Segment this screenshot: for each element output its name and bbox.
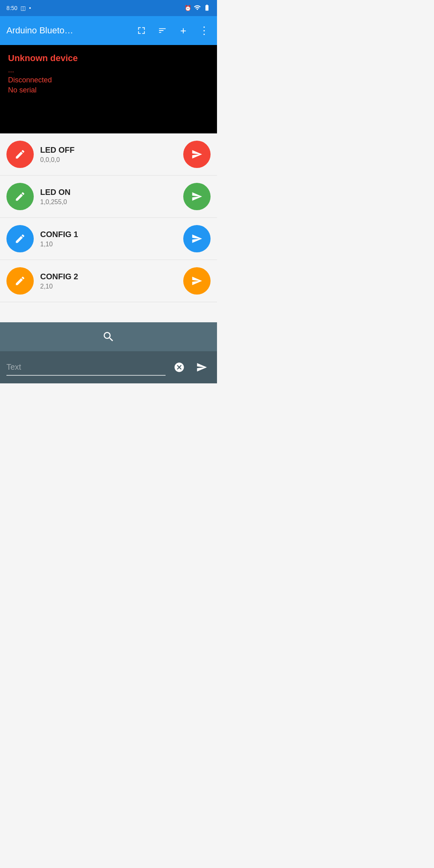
send-button-led-off[interactable] (183, 141, 211, 168)
command-name-led-on: LED ON (40, 188, 177, 197)
send-text-button[interactable] (193, 358, 211, 376)
device-serial: No serial (8, 86, 209, 94)
dot-indicator: • (29, 5, 31, 11)
commands-list: LED OFF 0,0,0,0 LED ON 1,0,255,0 CONFIG … (0, 133, 217, 302)
device-info-panel: Unknown device ... Disconnected No seria… (0, 45, 217, 133)
spacer (0, 302, 217, 322)
command-name-config-2: CONFIG 2 (40, 272, 177, 281)
command-value-config-1: 1,10 (40, 241, 177, 248)
edit-button-config-1[interactable] (6, 225, 34, 252)
app-bar-actions: + ⋮ (135, 24, 211, 37)
clear-button[interactable] (170, 358, 188, 376)
status-right: ⏰ (184, 4, 211, 12)
app-title: Arduino Blueto… (6, 25, 129, 36)
command-name-config-1: CONFIG 1 (40, 230, 177, 239)
edit-button-led-on[interactable] (6, 183, 34, 210)
device-status: Disconnected (8, 76, 209, 84)
command-value-config-2: 2,10 (40, 283, 177, 290)
command-name-led-off: LED OFF (40, 145, 177, 155)
command-item-config-1: CONFIG 1 1,10 (0, 218, 217, 260)
status-bar: 8:50 ◫ • ⏰ (0, 0, 217, 16)
command-item-config-2: CONFIG 2 2,10 (0, 260, 217, 302)
search-bar[interactable] (0, 322, 217, 351)
command-info-config-1: CONFIG 1 1,10 (40, 230, 177, 248)
command-info-config-2: CONFIG 2 2,10 (40, 272, 177, 290)
battery-icon (203, 4, 211, 12)
search-icon[interactable] (102, 330, 115, 343)
app-bar: Arduino Blueto… + ⋮ (0, 16, 217, 45)
send-button-config-2[interactable] (183, 267, 211, 295)
edit-button-config-2[interactable] (6, 267, 34, 295)
command-value-led-off: 0,0,0,0 (40, 156, 177, 164)
text-input[interactable] (6, 359, 166, 376)
device-dots: ... (8, 66, 209, 74)
command-info-led-on: LED ON 1,0,255,0 (40, 188, 177, 206)
message-icon: ◫ (20, 5, 26, 11)
text-input-bar (0, 351, 217, 383)
command-item-led-off: LED OFF 0,0,0,0 (0, 133, 217, 176)
edit-button-led-off[interactable] (6, 141, 34, 168)
device-name: Unknown device (8, 53, 209, 63)
more-icon[interactable]: ⋮ (198, 24, 211, 37)
send-button-led-on[interactable] (183, 183, 211, 210)
status-left: 8:50 ◫ • (6, 5, 31, 11)
add-icon[interactable]: + (177, 24, 190, 37)
filter-icon[interactable] (156, 24, 169, 37)
alarm-icon: ⏰ (184, 5, 191, 11)
status-time: 8:50 (6, 5, 17, 11)
command-item-led-on: LED ON 1,0,255,0 (0, 176, 217, 218)
command-info-led-off: LED OFF 0,0,0,0 (40, 145, 177, 164)
expand-icon[interactable] (135, 24, 148, 37)
signal-icon (194, 4, 201, 12)
command-value-led-on: 1,0,255,0 (40, 199, 177, 206)
send-button-config-1[interactable] (183, 225, 211, 252)
